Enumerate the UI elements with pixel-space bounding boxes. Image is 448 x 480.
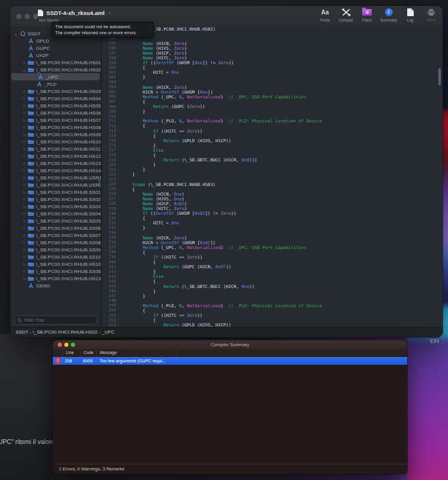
folder-icon [27,132,35,137]
tree-item-sbpc00xhcirhubhs01[interactable]: ›\_SB.PC00.XHCI.RHUB.HS01 [10,59,101,66]
tree-item-geng[interactable]: GENG [10,282,101,289]
background-window [0,334,57,480]
tree-item-label: \_SB.PC00.XHCI.RHUB.SS05 [36,218,101,224]
tree-item-sbpc00xhcirhubhs10[interactable]: ›\_SB.PC00.XHCI.RHUB.HS10 [10,260,101,268]
tree-item-sbpc00xhcirhubss06[interactable]: ›\_SB.PC00.XHCI.RHUB.SS06 [10,224,101,232]
tree-item-sbpc00xhcirhubhs02[interactable]: ⌄\_SB.PC00.XHCI.RHUB.HS02 [10,66,101,73]
disclosure-triangle-icon[interactable]: › [21,204,27,209]
disclosure-triangle-icon[interactable]: › [21,118,27,123]
summary-info-icon: i [385,7,393,17]
disclosure-triangle-icon[interactable]: › [21,139,27,145]
tree-item-pld[interactable]: _PLD [10,80,101,88]
tree-item-sbpc00xhcirhubhs13[interactable]: ›\_SB.PC00.XHCI.RHUB.HS13 [10,275,101,282]
line-number: 196 [101,46,118,50]
code-line: 249 Method (_PLD, 0, NotSerialized) // _… [101,303,443,308]
tree-item-sbpc00xhcirhubhs08[interactable]: ›\_SB.PC00.XHCI.RHUB.HS08 [10,124,101,131]
document-title-group[interactable]: SSDT-4-xh_rksu4.aml ⌄ [38,9,112,17]
disclosure-triangle-icon[interactable]: › [21,110,27,116]
toolbar-item-summary[interactable]: i Summary [380,7,397,22]
tree-item-sbpc00xhcirhubss01[interactable]: ›\_SB.PC00.XHCI.RHUB.SS01 [10,188,101,196]
editor-scrollbar[interactable] [438,68,441,85]
tree-item-sbpc00xhcirhubss09[interactable]: ›\_SB.PC00.XHCI.RHUB.SS09 [10,246,101,253]
disclosure-triangle-icon[interactable]: › [21,233,27,238]
disclosure-triangle-icon[interactable]: › [21,154,27,159]
disclosure-triangle-icon[interactable]: › [21,125,27,130]
tree-item-sbpc00xhcirhubss04[interactable]: ›\_SB.PC00.XHCI.RHUB.SS04 [10,210,101,217]
disclosure-triangle-icon[interactable]: › [21,60,27,65]
disclosure-triangle-icon[interactable]: › [21,168,27,173]
disclosure-triangle-icon[interactable]: › [21,254,27,260]
efi-drive-label[interactable]: EFI [430,338,439,344]
close-button[interactable] [16,14,22,19]
tree-item-sbpc00xhcirhubhs13[interactable]: ›\_SB.PC00.XHCI.RHUB.HS13 [10,160,101,167]
toolbar-item-print[interactable]: Print [423,7,439,22]
code-editor[interactable]: 192 Scope (\_SB.PC00.XHCI.RHUB.HS02)193 … [101,26,443,328]
code-line: 220 } [101,163,443,167]
toolbar-item-log[interactable]: Log [402,7,418,22]
disclosure-triangle-icon[interactable]: › [21,226,27,231]
filter-tree-input[interactable]: Filter Tree [14,316,97,325]
disclosure-triangle-icon[interactable]: › [21,276,27,281]
error-row[interactable]: ! 208 6005 Too few arguments (GUPC requi… [53,357,407,365]
disclosure-triangle-icon[interactable]: › [21,89,27,94]
tree-item-sbpc00xhcirhubusr2[interactable]: ›\_SB.PC00.XHCI.RHUB.USR2 [10,181,101,188]
tree-item-sbpc00xhcirhubss07[interactable]: ›\_SB.PC00.XHCI.RHUB.SS07 [10,232,101,239]
disclosure-triangle-icon[interactable]: › [21,103,27,109]
disclosure-triangle-icon[interactable]: › [21,211,27,217]
disclosure-triangle-icon[interactable]: › [21,197,27,202]
line-number: 211 [101,119,118,124]
tree-item-sbpc00xhcirhubhs03[interactable]: ›\_SB.PC00.XHCI.RHUB.HS03 [10,88,101,95]
disclosure-triangle-icon[interactable]: › [21,262,27,267]
method-icon [27,46,35,51]
tree-item-sbpc00xhcirhubhs04[interactable]: ›\_SB.PC00.XHCI.RHUB.HS04 [10,95,101,102]
disclosure-triangle-icon[interactable]: › [21,247,27,253]
toolbar-item-compile[interactable]: Compile [338,7,354,22]
tree-item-gupc[interactable]: GUPC [10,44,101,52]
disclosure-triangle-icon[interactable]: › [21,175,27,181]
tree-item-sbpc00xhcirhubss05[interactable]: ›\_SB.PC00.XHCI.RHUB.SS05 [10,217,101,224]
disclosure-triangle-icon[interactable]: › [21,269,27,274]
chevron-down-icon[interactable]: ⌄ [107,10,112,15]
tree-item-sbpc00xhcirhubss08[interactable]: ›\_SB.PC00.XHCI.RHUB.SS08 [10,239,101,246]
tree-item-sbpc00xhcirhubss03[interactable]: ›\_SB.PC00.XHCI.RHUB.SS03 [10,203,101,210]
tree-item-sbpc00xhcirhubss02[interactable]: ›\_SB.PC00.XHCI.RHUB.SS02 [10,196,101,203]
minimize-button[interactable] [25,14,30,19]
disclosure-triangle-icon[interactable]: › [21,132,27,137]
tree-item-ux2p[interactable]: UX2P [10,52,101,59]
tree-item-sbpc00xhcirhubss10[interactable]: ›\_SB.PC00.XHCI.RHUB.SS10 [10,253,101,260]
tree-item-sbpc00xhcirhubhs07[interactable]: ›\_SB.PC00.XHCI.RHUB.HS07 [10,116,101,124]
tree-item-sbpc00xhcirhubhs12[interactable]: ›\_SB.PC00.XHCI.RHUB.HS12 [10,152,101,160]
tree-item-sbpc00xhcirhubhs09[interactable]: ›\_SB.PC00.XHCI.RHUB.HS09 [10,131,101,138]
disclosure-triangle-icon[interactable]: ⌄ [21,67,27,73]
tree-item-sbpc00xhcirhubss08[interactable]: ›\_SB.PC00.XHCI.RHUB.SS08 [10,268,101,275]
toolbar-item-fonts[interactable]: Aa Fonts [317,7,333,22]
disclosure-triangle-icon[interactable]: › [21,240,27,245]
disclosure-triangle-icon[interactable]: › [21,161,27,166]
column-severity[interactable] [53,349,63,357]
disclosure-triangle-icon[interactable]: › [21,146,27,152]
tooltip-line-1: The document could not be autosaved. [55,24,150,30]
disclosure-triangle-icon[interactable]: ⌄ [13,31,19,37]
line-number: 214 [101,133,118,138]
column-message[interactable]: Message [97,349,177,357]
tree-item-sbpc00xhcirhubhs11[interactable]: ›\_SB.PC00.XHCI.RHUB.HS11 [10,145,101,152]
toolbar-item-patch[interactable]: Patch [359,7,375,22]
tree-item-upc[interactable]: _UPC [11,73,100,80]
tree-item-sbpc00xhcirhubusr1[interactable]: ›\_SB.PC00.XHCI.RHUB.USR1 [10,174,101,181]
disclosure-triangle-icon[interactable]: › [21,182,27,188]
column-code[interactable]: Code [80,349,97,357]
disclosure-triangle-icon[interactable]: › [21,218,27,224]
column-line[interactable]: Line [63,349,80,357]
line-number: 206 [101,94,118,99]
line-number: 231 [101,216,118,221]
disclosure-triangle-icon[interactable]: › [21,190,27,195]
sidebar-scrollbar[interactable] [98,178,100,185]
tree-item-sbpc00xhcirhubhs06[interactable]: ›\_SB.PC00.XHCI.RHUB.HS06 [10,109,101,116]
disclosure-triangle-icon[interactable]: › [21,96,27,101]
tree-item-gpld[interactable]: GPLD [10,37,101,44]
folder-icon [27,240,35,245]
line-number: 250 [101,308,118,313]
tree-item-sbpc00xhcirhubhs05[interactable]: ›\_SB.PC00.XHCI.RHUB.HS05 [10,102,101,109]
tree-item-sbpc00xhcirhubhs10[interactable]: ›\_SB.PC00.XHCI.RHUB.HS10 [10,138,101,145]
tree-item-sbpc00xhcirhubhs14[interactable]: ›\_SB.PC00.XHCI.RHUB.HS14 [10,167,101,174]
